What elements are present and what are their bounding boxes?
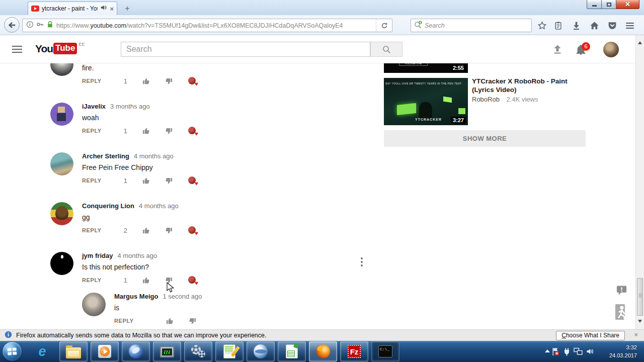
- taskbar-filezilla-icon[interactable]: Fz: [340, 341, 368, 361]
- tab-close-icon[interactable]: ×: [110, 6, 114, 12]
- pocket-icon[interactable]: [606, 20, 619, 31]
- taskbar-notepadpp-icon[interactable]: [215, 341, 244, 361]
- power-plug-icon[interactable]: [563, 347, 571, 358]
- creator-heart-icon[interactable]: ♥: [188, 176, 197, 185]
- youtube-search-box[interactable]: [121, 42, 370, 57]
- taskbar-windows-explorer-icon[interactable]: [59, 341, 88, 361]
- thumbs-up-icon[interactable]: [142, 77, 150, 85]
- comment-options-menu-icon[interactable]: [358, 257, 366, 267]
- browser-search-box[interactable]: [411, 19, 532, 32]
- home-icon[interactable]: [588, 20, 601, 31]
- commenter-name[interactable]: Margus Meigo: [114, 293, 158, 300]
- network-icon[interactable]: [574, 347, 583, 357]
- https-lock-icon[interactable]: [46, 21, 54, 30]
- choose-what-i-share-button[interactable]: Choose What I Share: [556, 331, 625, 340]
- show-more-button[interactable]: SHOW MORE: [384, 130, 586, 147]
- menu-hamburger-icon[interactable]: [626, 20, 639, 31]
- notification-close-icon[interactable]: ×: [634, 331, 638, 338]
- window-close-button[interactable]: ✕: [616, 0, 639, 9]
- creator-heart-icon[interactable]: ♥: [188, 226, 197, 235]
- bookmark-star-icon[interactable]: [535, 20, 548, 31]
- scrollbar-thumb[interactable]: [637, 278, 643, 316]
- commenter-name[interactable]: iJavelix: [82, 103, 106, 110]
- taskbar-iron-browser-icon[interactable]: [247, 341, 275, 361]
- taskbar-firefox-icon[interactable]: [309, 341, 337, 361]
- feedback-bubble-icon[interactable]: [616, 285, 627, 298]
- youtube-logo[interactable]: You Tube EE: [35, 43, 85, 55]
- thumbs-up-icon[interactable]: [166, 317, 174, 325]
- commenter-name[interactable]: Conquering Lion: [82, 202, 134, 210]
- thumbs-up-icon[interactable]: [142, 227, 150, 234]
- window-minimize-button[interactable]: [587, 0, 602, 9]
- thumbs-down-icon[interactable]: [189, 317, 196, 325]
- taskbar-libreoffice-calc-icon[interactable]: [278, 341, 306, 361]
- volume-speaker-icon[interactable]: [586, 347, 595, 357]
- commenter-avatar[interactable]: [50, 252, 73, 275]
- thumbs-up-icon[interactable]: [142, 277, 150, 284]
- commenter-avatar[interactable]: [50, 152, 73, 175]
- commenter-avatar[interactable]: [50, 202, 73, 225]
- downloads-icon[interactable]: [570, 20, 583, 31]
- thumbs-down-icon[interactable]: [165, 77, 173, 85]
- scrollbar-down-arrow-icon[interactable]: [638, 320, 642, 323]
- back-button[interactable]: [4, 17, 20, 33]
- thumbs-up-icon[interactable]: [142, 177, 150, 185]
- url-bar[interactable]: https://www.youtube.com/watch?v=TS5MUf14…: [22, 19, 392, 32]
- taskbar-command-prompt-icon[interactable]: C:\_: [371, 341, 399, 361]
- thumbs-up-icon[interactable]: [142, 127, 150, 135]
- creator-heart-icon[interactable]: ♥: [188, 276, 197, 285]
- commenter-avatar[interactable]: [50, 103, 73, 126]
- youtube-search-button[interactable]: [370, 42, 403, 57]
- thumbs-down-icon[interactable]: [165, 177, 173, 185]
- reply-button[interactable]: REPLY: [82, 128, 102, 134]
- browser-tab[interactable]: ytcracker - paint - YouTu ×: [28, 2, 117, 15]
- commenter-name[interactable]: jym friday: [82, 252, 113, 259]
- page-info-icon[interactable]: [26, 21, 34, 30]
- like-count: 2: [124, 227, 127, 234]
- window-restore-button[interactable]: [602, 0, 616, 9]
- creator-heart-icon[interactable]: ♥: [188, 77, 197, 85]
- window-controls: ✕: [587, 0, 639, 9]
- taskbar-media-player-icon[interactable]: [91, 341, 119, 361]
- scrollbar-up-arrow-icon[interactable]: [638, 41, 642, 44]
- permissions-key-icon[interactable]: [36, 21, 44, 30]
- taskbar-internet-explorer-icon[interactable]: e: [28, 341, 56, 361]
- page-scrollbar[interactable]: [635, 35, 644, 329]
- comment-time[interactable]: 4 months ago: [134, 152, 174, 160]
- account-avatar[interactable]: [603, 42, 619, 57]
- comment-time[interactable]: 4 months ago: [117, 252, 157, 259]
- upload-icon[interactable]: [551, 44, 564, 57]
- creator-heart-icon[interactable]: ♥: [188, 127, 197, 135]
- guide-hamburger-icon[interactable]: [12, 44, 22, 55]
- search-input[interactable]: [425, 22, 510, 29]
- thumbs-down-icon[interactable]: [165, 227, 173, 234]
- new-tab-button[interactable]: +: [121, 3, 134, 14]
- comment-time[interactable]: 4 months ago: [139, 202, 179, 210]
- taskbar-settings-gears-icon[interactable]: [184, 341, 212, 361]
- commenter-avatar[interactable]: [82, 293, 106, 316]
- taskbar-clock[interactable]: 3:32 24.03.2017: [602, 343, 637, 359]
- reply-button[interactable]: REPLY: [82, 227, 102, 233]
- reply-button[interactable]: REPLY: [82, 78, 102, 84]
- related-video-title[interactable]: YTCracker X RoboRob - Paint (Lyrics Vide…: [472, 77, 589, 94]
- commenter-name[interactable]: Archer Sterling: [82, 152, 129, 160]
- action-center-flag-icon[interactable]: [551, 347, 559, 358]
- exit-fullscreen-icon[interactable]: [613, 302, 630, 324]
- search-engine-icon[interactable]: [414, 21, 423, 31]
- tab-audio-icon[interactable]: [100, 4, 107, 13]
- comment-time[interactable]: 3 months ago: [110, 103, 150, 110]
- youtube-search-input[interactable]: [121, 42, 370, 56]
- taskbar-seamonkey-icon[interactable]: [122, 341, 150, 361]
- tray-show-hidden-icons-arrow[interactable]: [545, 349, 550, 352]
- channel-name[interactable]: RoboRob: [472, 96, 500, 103]
- start-button[interactable]: [3, 342, 22, 361]
- reload-button[interactable]: [376, 19, 392, 32]
- related-video-thumbnail[interactable]: SAY YOULL GIVE ER TWENTY YEARS IN THE PE…: [384, 78, 468, 125]
- reply-button[interactable]: REPLY: [82, 277, 102, 283]
- bookmarks-panel-icon[interactable]: [551, 20, 565, 31]
- reply-button[interactable]: REPLY: [82, 177, 102, 184]
- reply-button[interactable]: REPLY: [114, 318, 134, 324]
- info-icon: [5, 331, 12, 340]
- taskbar-resource-monitor-icon[interactable]: [153, 341, 181, 361]
- thumbs-down-icon[interactable]: [165, 127, 173, 135]
